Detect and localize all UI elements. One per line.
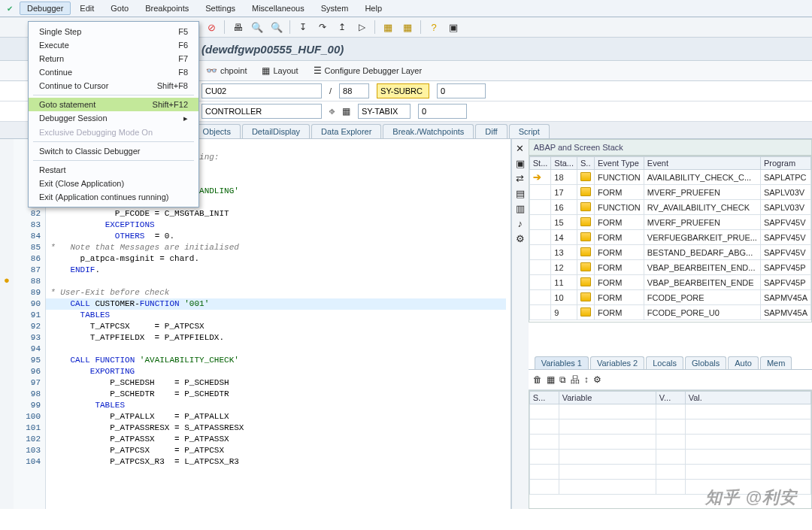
tab-breakpoints[interactable]: Break./Watchpoints xyxy=(383,124,474,138)
sy-tabix-label xyxy=(358,104,411,119)
stack-row[interactable]: 17FORMMVERF_PRUEFENSAPLV03V xyxy=(529,185,810,200)
panel-icon-7[interactable]: ⚙ xyxy=(514,232,527,244)
stack-type-icon xyxy=(580,202,591,211)
find-icon[interactable]: 🔍 xyxy=(249,19,265,35)
menu-settings[interactable]: Settings xyxy=(198,2,243,15)
tab-globals[interactable]: Globals xyxy=(685,356,726,369)
tab-locals[interactable]: Locals xyxy=(646,356,683,369)
var-row[interactable] xyxy=(529,435,810,450)
menu-breakpoints[interactable]: Breakpoints xyxy=(138,2,196,15)
stack-row[interactable]: ➔18FUNCTIONAVAILABILITY_CHECK_C...SAPLAT… xyxy=(529,170,810,185)
menu-system[interactable]: System xyxy=(314,2,356,15)
panel-icon-4[interactable]: ▤ xyxy=(514,187,527,199)
var-col-s[interactable]: S... xyxy=(529,392,559,404)
stack-type-icon xyxy=(580,307,591,316)
stack-row[interactable]: 10FORMFCODE_PORESAPMV45A xyxy=(529,290,810,305)
close-panel-icon[interactable]: ✕ xyxy=(514,142,527,154)
nav-icon-2[interactable]: ▦ xyxy=(342,106,350,117)
stack-type-icon xyxy=(580,292,591,301)
step-into-icon[interactable]: ↧ xyxy=(295,19,311,35)
menu-item-exit-continue[interactable]: Exit (Application continues running) xyxy=(29,190,198,204)
nav-icon-1[interactable]: ⎆ xyxy=(329,106,335,117)
continue-icon[interactable]: ▷ xyxy=(353,19,370,35)
var-col-val[interactable]: Val. xyxy=(685,392,810,404)
side-tool-strip: ✕ ▣ ⇄ ▤ ▥ ♪ ⚙ xyxy=(511,139,529,509)
var-col-v[interactable]: V... xyxy=(656,392,685,404)
menu-item-continue[interactable]: ContinueF8 xyxy=(29,65,198,79)
stack-row[interactable]: 11FORMVBAP_BEARBEITEN_ENDESAPFV45P xyxy=(529,275,810,290)
var-tabs: Variables 1 Variables 2 Locals Globals A… xyxy=(529,353,812,370)
tab-mem[interactable]: Mem xyxy=(760,356,792,369)
print-icon[interactable]: 🖶 xyxy=(229,19,246,35)
stack-type-icon xyxy=(580,277,591,286)
menu-item-single-step[interactable]: Single StepF5 xyxy=(29,25,198,38)
var-row[interactable] xyxy=(529,419,810,435)
menu-item-restart[interactable]: Restart xyxy=(29,163,198,177)
panel-icon-6[interactable]: ♪ xyxy=(514,217,527,229)
step-out-icon[interactable]: ↥ xyxy=(334,19,350,35)
controller-input[interactable] xyxy=(201,104,322,119)
menu-debugger[interactable]: Debugger xyxy=(20,2,71,15)
menu-item-execute[interactable]: ExecuteF6 xyxy=(29,38,198,52)
layout-button[interactable]: ▦Layout xyxy=(257,64,302,77)
menubar: ✔ Debugger Edit Goto Breakpoints Setting… xyxy=(0,0,812,17)
menu-item-continue-to-cursor[interactable]: Continue to CursorShift+F8 xyxy=(29,79,198,92)
watermark: 知乎 @利安 xyxy=(705,486,797,509)
tab-diff[interactable]: Diff xyxy=(475,124,507,138)
swap-panel-icon[interactable]: ⇄ xyxy=(514,172,527,184)
menu-goto[interactable]: Goto xyxy=(103,2,136,15)
tab-detail[interactable]: DetailDisplay xyxy=(242,124,310,138)
tab-auto[interactable]: Auto xyxy=(728,356,759,369)
hierarchy-icon[interactable]: 品 xyxy=(571,374,580,386)
settings-icon[interactable]: ▣ xyxy=(445,19,462,35)
page-title: (dewdfgwp00555_HUF_00) xyxy=(201,43,344,56)
debugger-dropdown: Single StepF5 ExecuteF6 ReturnF7 Continu… xyxy=(28,21,199,207)
tab-vars1[interactable]: Variables 1 xyxy=(535,356,589,369)
copy-var-icon[interactable]: ⧉ xyxy=(559,374,566,385)
sort-icon[interactable]: ↕ xyxy=(584,374,589,385)
tab-objects[interactable]: Objects xyxy=(193,124,241,138)
panel-icon-5[interactable]: ▥ xyxy=(514,202,527,214)
breakpoint-gutter[interactable]: ● xyxy=(0,139,14,509)
layer-icon: ☰ xyxy=(314,65,322,76)
configure-layer-button[interactable]: ☰Configure Debugger Layer xyxy=(309,64,427,77)
stack-row[interactable]: 16FUNCTIONRV_AVAILABILITY_CHECKSAPLV03V xyxy=(529,200,810,215)
tab-vars2[interactable]: Variables 2 xyxy=(590,356,644,369)
tab-script[interactable]: Script xyxy=(509,124,550,138)
cancel-icon[interactable]: ⊘ xyxy=(203,19,220,35)
delete-var-icon[interactable]: 🗑 xyxy=(533,374,542,385)
grid-icon[interactable]: ▦ xyxy=(547,374,555,385)
var-row[interactable] xyxy=(529,404,810,419)
menu-item-goto-statement[interactable]: Goto statementShift+F12 xyxy=(29,98,198,111)
help-icon[interactable]: ? xyxy=(426,19,442,35)
stack-title: ABAP and Screen Stack xyxy=(529,139,812,156)
line-input[interactable] xyxy=(339,83,369,98)
find-next-icon[interactable]: 🔍 xyxy=(268,19,285,35)
menu-item-exit-close[interactable]: Exit (Close Application) xyxy=(29,177,198,190)
var-toolbar: 🗑 ▦ ⧉ 品 ↕ ⚙ xyxy=(529,370,812,390)
stack-row[interactable]: 12FORMVBAP_BEARBEITEN_END...SAPFV45P xyxy=(529,260,810,275)
var-col-variable[interactable]: Variable xyxy=(559,392,656,404)
menu-help[interactable]: Help xyxy=(357,2,389,15)
var-row[interactable] xyxy=(529,465,810,480)
stack-row[interactable]: 9FORMFCODE_PORE_U0SAPMV45A xyxy=(529,305,810,320)
expand-panel-icon[interactable]: ▣ xyxy=(514,157,527,169)
watchpoint-button[interactable]: 👓chpoint xyxy=(201,64,251,77)
sy-subrc-label[interactable] xyxy=(377,83,429,98)
var-row[interactable] xyxy=(529,450,810,465)
tab-data-explorer[interactable]: Data Explorer xyxy=(311,124,381,138)
stack-row[interactable]: 15FORMMVERF_PRUEFENSAPFV45V xyxy=(529,215,810,230)
tool2-icon[interactable]: ▦ xyxy=(399,19,416,35)
stack-grid[interactable]: St...Sta...S..Event TypeEventProgram➔18F… xyxy=(529,156,812,323)
stack-row[interactable]: 14FORMVERFUEGBARKEIT_PRUE...SAPFV45V xyxy=(529,230,810,245)
tool1-icon[interactable]: ▦ xyxy=(380,19,396,35)
menu-item-switch-classic[interactable]: Switch to Classic Debugger xyxy=(29,144,198,158)
tool-icon[interactable]: ⚙ xyxy=(593,374,601,385)
stack-row[interactable]: 13FORMBESTAND_BEDARF_ABG...SAPFV45V xyxy=(529,245,810,260)
program-input[interactable] xyxy=(201,83,322,98)
menu-edit[interactable]: Edit xyxy=(72,2,102,15)
menu-item-return[interactable]: ReturnF7 xyxy=(29,52,198,65)
menu-misc[interactable]: Miscellaneous xyxy=(244,2,312,15)
menu-item-debugger-session[interactable]: Debugger Session▸ xyxy=(29,111,198,126)
step-over-icon[interactable]: ↷ xyxy=(314,19,331,35)
